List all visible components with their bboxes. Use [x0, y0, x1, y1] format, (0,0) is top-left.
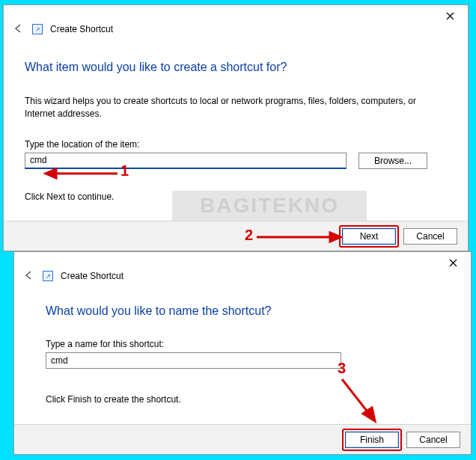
footer: Next Cancel	[4, 221, 468, 251]
svg-marker-5	[330, 233, 341, 242]
annotation-arrow-3	[336, 376, 381, 426]
header-title: Create Shortcut	[61, 271, 123, 281]
shortcut-arrow-icon: ↗	[43, 271, 53, 281]
annotation-arrow-2	[255, 230, 342, 245]
finish-button[interactable]: Finish	[345, 432, 399, 448]
footer: Finish Cancel	[14, 424, 471, 454]
header-row: ↗ Create Shortcut	[4, 19, 468, 40]
page-heading: What item would you like to create a sho…	[25, 61, 447, 74]
wizard-window-step1: ↗ Create Shortcut What item would you li…	[3, 4, 469, 251]
location-label: Type the location of the item:	[25, 139, 447, 150]
shortcut-arrow-icon: ↗	[32, 24, 43, 34]
hint-text: Click Next to continue.	[25, 191, 447, 202]
svg-line-8	[342, 379, 369, 414]
page-heading: What would you like to name the shortcut…	[46, 304, 439, 318]
name-label: Type a name for this shortcut:	[46, 339, 439, 349]
back-arrow-icon[interactable]	[13, 22, 25, 37]
browse-button[interactable]: Browse...	[358, 153, 427, 169]
titlebar	[4, 5, 468, 19]
description-text: This wizard helps you to create shortcut…	[25, 95, 447, 121]
annotation-arrow-1	[44, 166, 119, 181]
cancel-button[interactable]: Cancel	[403, 228, 457, 245]
next-button[interactable]: Next	[342, 228, 396, 245]
svg-marker-3	[46, 169, 56, 178]
header-row: ↗ Create Shortcut	[14, 266, 471, 286]
name-input[interactable]	[46, 352, 341, 369]
titlebar	[14, 252, 471, 266]
wizard-window-step2: ↗ Create Shortcut What would you like to…	[13, 251, 472, 455]
cancel-button[interactable]: Cancel	[406, 432, 460, 448]
header-title: Create Shortcut	[50, 24, 113, 34]
back-arrow-icon[interactable]	[23, 269, 35, 283]
